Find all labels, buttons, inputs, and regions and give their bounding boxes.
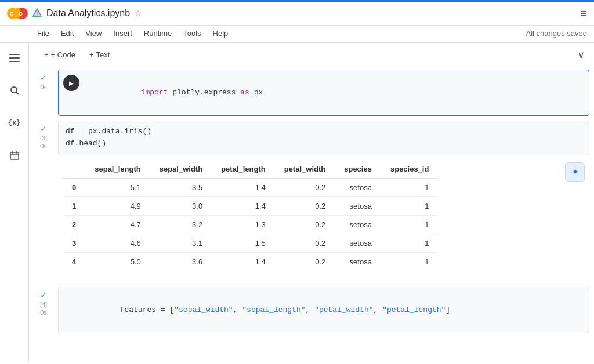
- table-cell: 0.2: [275, 252, 335, 271]
- menu-insert[interactable]: Insert: [108, 27, 137, 40]
- table-cell: 2: [63, 215, 85, 234]
- cell-2-num: [3]: [40, 134, 47, 141]
- cell-3-content: features = ["sepal_width", "sepal_length…: [58, 287, 589, 333]
- table-row: 24.73.21.30.2setosa1: [63, 215, 438, 234]
- cell-1-check: ✓: [40, 73, 47, 82]
- cell-3-code[interactable]: features = ["sepal_width", "sepal_length…: [58, 287, 589, 333]
- cell-2-gutter: ✓ [3] 0s: [29, 121, 58, 150]
- cell-3-code-text: features = ["sepal_width", "sepal_length…: [66, 292, 582, 328]
- table-cell: 1.4: [212, 196, 275, 215]
- table-row: 05.13.51.40.2setosa1: [63, 178, 438, 196]
- import-keyword: import: [141, 88, 168, 97]
- cell-2-check: ✓: [40, 124, 47, 133]
- sidebar-variables-icon[interactable]: {x}: [4, 112, 25, 133]
- svg-rect-11: [9, 61, 20, 62]
- table-cell: 4.7: [85, 215, 150, 234]
- table-cell: 3: [63, 234, 85, 252]
- cell-1-content: ▶ import plotly.express as px: [58, 70, 589, 116]
- table-output: ✦ sepal_length sepal_width petal_length …: [63, 160, 589, 271]
- menu-edit[interactable]: Edit: [56, 27, 78, 40]
- table-body: 05.13.51.40.2setosa114.93.01.40.2setosa1…: [63, 178, 438, 271]
- notebook-toolbar: + + Code + Text ∨: [29, 43, 594, 67]
- table-row: 45.03.61.40.2setosa1: [63, 252, 438, 271]
- table-cell: 3.0: [150, 196, 212, 215]
- add-text-button[interactable]: + Text: [84, 48, 115, 62]
- drive-icon: [32, 8, 42, 19]
- col-petal-length-header: petal_length: [212, 160, 275, 179]
- save-status: All changes saved: [526, 29, 587, 38]
- ai-magic-button[interactable]: ✦: [565, 162, 585, 182]
- table-header-row: sepal_length sepal_width petal_length pe…: [63, 160, 438, 179]
- cell-1-time: 0s: [40, 83, 47, 90]
- table-cell: 0: [63, 178, 85, 196]
- sidebar-search-icon[interactable]: [4, 80, 25, 101]
- table-cell: 1: [381, 215, 439, 234]
- table-cell: 3.6: [150, 252, 212, 271]
- notebook-area: + + Code + Text ∨ ✓ 0s ▶ import plotly.e…: [29, 43, 594, 362]
- file-title-area: Data Analytics.ipynb ☆: [32, 8, 575, 19]
- table-cell: 1.3: [212, 215, 275, 234]
- cell-3-wrapper: ✓ [4] 0s features = ["sepal_width", "sep…: [29, 285, 594, 336]
- svg-text:O: O: [19, 11, 23, 17]
- sidebar-files-icon[interactable]: [4, 145, 25, 166]
- table-cell: 3.5: [150, 178, 212, 196]
- table-cell: 1.4: [212, 178, 275, 196]
- cell-2-wrapper: ✓ [3] 0s df = px.data.iris() df.head() ✦: [29, 118, 594, 278]
- svg-rect-10: [9, 57, 20, 59]
- as-keyword: as: [240, 88, 249, 97]
- sidebar: {x}: [0, 43, 29, 362]
- table-cell: 1: [381, 252, 439, 271]
- table-cell: 1.4: [212, 252, 275, 271]
- menu-view[interactable]: View: [81, 27, 106, 40]
- menu-runtime[interactable]: Runtime: [139, 27, 176, 40]
- cell-1-code-text: import plotly.express as px: [86, 75, 582, 111]
- cell-1-run-button[interactable]: ▶: [63, 75, 79, 91]
- table-row: 14.93.01.40.2setosa1: [63, 196, 438, 215]
- cell-1-wrapper: ✓ 0s ▶ import plotly.express as px: [29, 67, 594, 118]
- menu-file[interactable]: File: [32, 27, 54, 40]
- svg-text:C: C: [10, 11, 14, 17]
- add-code-button[interactable]: + + Code: [38, 48, 81, 62]
- table-cell: 1: [381, 178, 439, 196]
- cell-1-code[interactable]: ▶ import plotly.express as px: [58, 70, 589, 116]
- table-cell: 1: [381, 196, 439, 215]
- sidebar-menu-icon[interactable]: [4, 48, 25, 68]
- plus-text-icon: +: [89, 50, 94, 59]
- colab-logo: C O: [7, 5, 28, 21]
- cell-3-check: ✓: [40, 290, 47, 300]
- cell-3-time: 0s: [40, 309, 47, 316]
- menu-bar: File Edit View Insert Runtime Tools Help…: [0, 26, 594, 43]
- main-layout: {x} + + Code + Text ∨: [0, 43, 594, 362]
- cell-2-time: 0s: [40, 143, 47, 150]
- table-cell: 3.2: [150, 215, 212, 234]
- menu-help[interactable]: Help: [208, 27, 233, 40]
- dataframe-table: sepal_length sepal_width petal_length pe…: [63, 160, 438, 271]
- table-cell: 1: [381, 234, 439, 252]
- top-bar: C O Data Analytics.ipynb ☆ ≡: [0, 2, 594, 26]
- cell-2-code[interactable]: df = px.data.iris() df.head(): [58, 121, 589, 155]
- table-cell: 0.2: [275, 178, 335, 196]
- file-title[interactable]: Data Analytics.ipynb: [46, 8, 130, 19]
- svg-line-13: [16, 92, 19, 94]
- col-species-id-header: species_id: [381, 160, 439, 179]
- svg-rect-14: [10, 152, 19, 159]
- table-cell: setosa: [335, 196, 381, 215]
- star-icon[interactable]: ☆: [135, 9, 142, 18]
- cell-3-num: [4]: [40, 301, 47, 308]
- table-cell: 4.6: [85, 234, 150, 252]
- menu-tools[interactable]: Tools: [179, 27, 205, 40]
- table-cell: 5.1: [85, 178, 150, 196]
- plus-code-icon: +: [44, 50, 49, 59]
- table-cell: 4.9: [85, 196, 150, 215]
- col-sepal-length-header: sepal_length: [85, 160, 150, 179]
- hamburger-menu[interactable]: ≡: [580, 7, 587, 20]
- table-cell: setosa: [335, 234, 381, 252]
- col-petal-width-header: petal_width: [275, 160, 335, 179]
- collapse-button[interactable]: ∨: [578, 49, 585, 60]
- col-sepal-width-header: sepal_width: [150, 160, 212, 179]
- table-cell: setosa: [335, 252, 381, 271]
- table-cell: 0.2: [275, 215, 335, 234]
- cell-1-gutter: ✓ 0s: [29, 70, 58, 90]
- svg-point-12: [11, 87, 17, 93]
- cell-2-content: df = px.data.iris() df.head() ✦ sepal_le…: [58, 121, 589, 275]
